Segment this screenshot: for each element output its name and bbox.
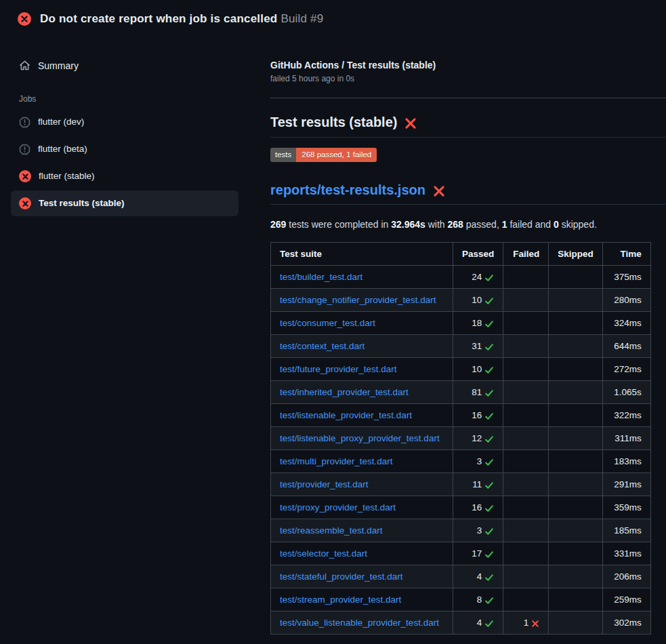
check-icon — [484, 619, 494, 628]
summary-line: 269 tests were completed in 32.964s with… — [270, 219, 666, 230]
test-suite-cell: test/provider_test.dart — [271, 473, 453, 496]
table-row: test/stateful_provider_test.dart4206ms — [271, 565, 651, 588]
table-row: test/value_listenable_provider_test.dart… — [271, 611, 651, 635]
test-suite-link[interactable]: test/consumer_test.dart — [280, 318, 375, 328]
test-suite-link[interactable]: test/builder_test.dart — [280, 272, 362, 282]
failed-cell — [503, 473, 549, 496]
check-icon — [484, 527, 494, 536]
run-header: GitHub Actions / Test results (stable) f… — [270, 60, 666, 98]
test-suite-link[interactable]: test/value_listenable_provider_test.dart — [280, 618, 439, 628]
test-suite-cell: test/listenable_provider_test.dart — [271, 404, 453, 427]
test-suite-cell: test/multi_provider_test.dart — [271, 450, 453, 473]
time-value: 206ms — [602, 565, 650, 588]
failed-status-icon — [18, 12, 31, 26]
sidebar-item-test-results-stable[interactable]: Test results (stable) — [11, 190, 238, 216]
job-label: flutter (dev) — [38, 116, 84, 128]
skipped-cell — [549, 588, 603, 611]
test-suite-cell: test/proxy_provider_test.dart — [271, 496, 453, 519]
check-icon — [484, 365, 494, 375]
passed-count: 10 — [472, 294, 482, 306]
skipped-cell — [549, 427, 603, 450]
sidebar: Summary Jobs flutter (dev) flutter (beta… — [0, 38, 257, 218]
time-value: 322ms — [602, 404, 650, 427]
skipped-cell — [549, 312, 603, 335]
test-suite-link[interactable]: test/stateful_provider_test.dart — [280, 571, 403, 582]
breadcrumb: GitHub Actions / Test results (stable) — [270, 60, 666, 71]
skipped-cell — [549, 450, 603, 473]
report-file-link[interactable]: reports/test-results.json — [270, 182, 425, 198]
passed-cell: 10 — [453, 358, 503, 381]
test-suite-link[interactable]: test/change_notifier_provider_test.dart — [280, 295, 436, 305]
passed-count: 31 — [472, 340, 482, 352]
test-suite-link[interactable]: test/proxy_provider_test.dart — [280, 502, 396, 512]
check-icon — [484, 573, 494, 582]
test-suite-link[interactable]: test/multi_provider_test.dart — [280, 456, 393, 466]
passed-count: 8 — [477, 594, 482, 605]
table-row: test/inherited_provider_test.dart811.065… — [271, 381, 651, 404]
sidebar-item-flutter-dev[interactable]: flutter (dev) — [11, 109, 238, 135]
time-value: 375ms — [602, 266, 650, 289]
failed-cell — [503, 565, 549, 588]
failed-cell — [503, 519, 549, 542]
badge-value: 268 passed, 1 failed — [296, 148, 377, 162]
failed-x-icon — [404, 117, 417, 129]
table-row: test/context_test.dart31644ms — [271, 335, 651, 358]
check-icon — [484, 596, 494, 605]
sidebar-item-flutter-beta[interactable]: flutter (beta) — [11, 136, 238, 162]
passed-count: 10 — [472, 363, 482, 375]
passed-cell: 81 — [453, 381, 503, 404]
table-row: test/proxy_provider_test.dart16359ms — [271, 496, 651, 519]
passed-cell: 3 — [453, 519, 503, 542]
test-suite-link[interactable]: test/listenable_provider_test.dart — [280, 410, 412, 420]
test-suite-link[interactable]: test/selector_test.dart — [280, 548, 367, 559]
failed-cell — [503, 404, 549, 427]
sidebar-item-summary[interactable]: Summary — [11, 53, 238, 78]
test-suite-link[interactable]: test/future_provider_test.dart — [280, 364, 397, 374]
job-label: flutter (beta) — [38, 143, 87, 155]
badge-label: tests — [270, 148, 296, 162]
skipped-cell — [549, 496, 603, 519]
passed-count: 3 — [477, 456, 482, 467]
test-suite-link[interactable]: test/listenable_proxy_provider_test.dart — [280, 433, 440, 443]
passed-cell: 4 — [453, 565, 503, 588]
passed-count: 4 — [477, 571, 482, 582]
sidebar-item-flutter-stable[interactable]: flutter (stable) — [11, 163, 238, 189]
test-suite-link[interactable]: test/context_test.dart — [280, 341, 365, 351]
test-suite-cell: test/stream_provider_test.dart — [271, 588, 453, 611]
passed-count: 16 — [472, 502, 482, 513]
skipped-cell — [549, 335, 603, 358]
time-value: 644ms — [602, 335, 650, 358]
jobs-list: flutter (dev) flutter (beta) flutter (st… — [11, 109, 238, 216]
table-row: test/selector_test.dart17331ms — [271, 542, 651, 565]
time-value: 359ms — [602, 496, 650, 519]
failed-cell — [503, 312, 549, 335]
failed-cell — [503, 588, 549, 611]
sidebar-summary-label: Summary — [38, 60, 79, 71]
passed-count: 81 — [472, 386, 482, 398]
check-icon — [484, 388, 494, 398]
time-value: 311ms — [602, 427, 650, 450]
test-suite-cell: test/builder_test.dart — [271, 266, 453, 289]
job-label: flutter (stable) — [39, 170, 95, 182]
skipped-cell — [549, 611, 603, 635]
col-time: Time — [602, 243, 650, 266]
passed-cell: 12 — [453, 427, 503, 450]
failed-count: 1 — [524, 617, 529, 628]
skipped-cell — [549, 381, 603, 404]
test-suite-cell: test/context_test.dart — [271, 335, 453, 358]
home-icon — [19, 60, 30, 71]
time-value: 302ms — [602, 611, 650, 635]
time-value: 272ms — [602, 358, 650, 381]
passed-count: 17 — [472, 548, 482, 559]
test-suite-link[interactable]: test/reassemble_test.dart — [280, 525, 383, 536]
test-suite-link[interactable]: test/provider_test.dart — [280, 479, 369, 489]
test-suite-link[interactable]: test/stream_provider_test.dart — [280, 595, 401, 605]
col-passed: Passed — [453, 243, 503, 266]
test-suite-cell: test/consumer_test.dart — [271, 312, 453, 335]
skipped-cell — [549, 473, 603, 496]
check-icon — [484, 481, 494, 490]
table-row: test/future_provider_test.dart10272ms — [271, 358, 651, 381]
stop-icon — [19, 117, 30, 128]
check-icon — [484, 435, 494, 444]
test-suite-link[interactable]: test/inherited_provider_test.dart — [280, 387, 409, 397]
